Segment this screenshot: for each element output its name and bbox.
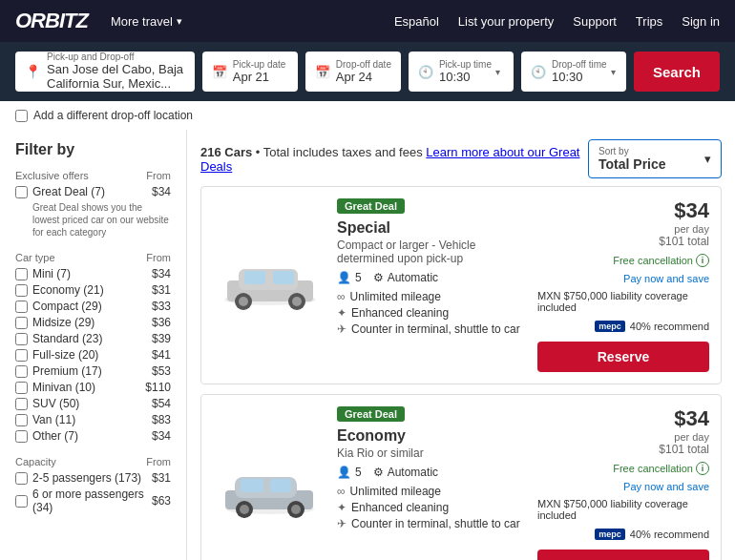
premium-checkbox[interactable] — [15, 365, 28, 378]
list-property-link[interactable]: List your property — [458, 14, 554, 29]
mileage-icon: ∞ — [337, 290, 346, 303]
compact-checkbox[interactable] — [15, 301, 28, 313]
great-deal-badge-special: Great Deal — [337, 198, 405, 214]
filter-compact[interactable]: Compact (29) $33 — [15, 300, 171, 313]
2-5-passengers-checkbox[interactable] — [15, 472, 28, 485]
great-deal-price: $34 — [152, 185, 171, 198]
filter-great-deal[interactable]: Great Deal (7) $34 — [15, 185, 171, 198]
minivan-checkbox[interactable] — [15, 382, 28, 394]
filter-other[interactable]: Other (7) $34 — [15, 429, 171, 443]
search-bar: 📍 Pick-up and Drop-off San Jose del Cabo… — [0, 42, 735, 101]
exclusive-offers-label: Exclusive offers — [15, 170, 89, 181]
filter-2-5-passengers[interactable]: 2-5 passengers (173) $31 — [15, 471, 171, 485]
price-per-day-label-special: per day — [659, 223, 709, 235]
different-dropoff-label[interactable]: Add a different drop-off location — [15, 109, 720, 122]
car-type-section: Car type From Mini (7) $34 Economy (21) … — [15, 252, 171, 443]
filter-premium[interactable]: Premium (17) $53 — [15, 364, 171, 378]
car-passengers-economy: 👤 5 — [337, 466, 362, 479]
more-travel-menu[interactable]: More travel ▾ — [111, 14, 182, 29]
car-model-economy: Kia Rio or similar — [337, 446, 528, 460]
dropoff-date-label: Drop-off date — [336, 60, 391, 70]
feature-counter-special: ✈ Counter in terminal, shuttle to car — [337, 322, 528, 336]
transmission-icon-2: ⚙ — [373, 466, 384, 479]
other-checkbox[interactable] — [15, 430, 28, 443]
suv-checkbox[interactable] — [15, 398, 28, 410]
liability-special: MXN $750,000 liability coverage included — [537, 290, 709, 313]
filter-fullsize[interactable]: Full-size (20) $41 — [15, 348, 171, 362]
pickup-time-field[interactable]: 🕙 Pick-up time 10:30 ▾ — [409, 52, 514, 92]
fullsize-checkbox[interactable] — [15, 349, 28, 362]
espanol-link[interactable]: Español — [394, 14, 439, 29]
feature-mileage-special: ∞ Unlimited mileage — [337, 290, 528, 303]
liability-economy: MXN $750,000 liability coverage included — [537, 498, 709, 521]
feature-mileage-economy: ∞ Unlimited mileage — [337, 485, 528, 498]
sort-dropdown[interactable]: Sort by Total Price ▾ — [588, 139, 722, 178]
dropoff-date-field[interactable]: 📅 Drop-off date Apr 24 — [305, 52, 401, 92]
clock-icon-2: 🕙 — [531, 65, 546, 79]
pay-now-economy: Pay now and save — [623, 481, 709, 492]
capacity-from: From — [146, 456, 171, 467]
svg-point-8 — [292, 297, 302, 306]
dropoff-time-value: 10:30 — [552, 70, 583, 84]
feature-counter-economy: ✈ Counter in terminal, shuttle to car — [337, 517, 528, 530]
filter-suv[interactable]: SUV (50) $54 — [15, 397, 171, 410]
standard-checkbox[interactable] — [15, 333, 28, 345]
sign-in-link[interactable]: Sign in — [682, 14, 720, 29]
car-pricing-special: $34 per day $101 total Free cancellation… — [537, 198, 709, 372]
clock-icon: 🕙 — [418, 65, 433, 79]
filter-mini[interactable]: Mini (7) $34 — [15, 267, 171, 280]
cleaning-icon-2: ✦ — [337, 501, 346, 514]
sort-label: Sort by — [598, 146, 666, 156]
location-field[interactable]: 📍 Pick-up and Drop-off San Jose del Cabo… — [15, 52, 195, 92]
trips-link[interactable]: Trips — [636, 14, 662, 29]
pickup-date-field[interactable]: 📅 Pick-up date Apr 21 — [202, 52, 298, 92]
economy-checkbox[interactable] — [15, 284, 28, 297]
mepc-badge-economy: mepc — [595, 529, 625, 540]
great-deal-label[interactable]: Great Deal (7) — [15, 185, 105, 198]
pickup-time-label: Pick-up time — [439, 60, 492, 70]
car-image-economy — [213, 406, 327, 560]
car-pricing-economy: $34 per day $101 total Free cancellation… — [537, 406, 709, 560]
cancellation-info-icon-2: i — [696, 462, 709, 475]
midsize-checkbox[interactable] — [15, 317, 28, 329]
svg-point-15 — [240, 505, 249, 514]
more-travel-link[interactable]: More travel — [111, 14, 173, 29]
support-link[interactable]: Support — [573, 14, 617, 29]
location-value: San Jose del Cabo, Baja California Sur, … — [47, 62, 183, 91]
capacity-label: Capacity — [15, 456, 56, 467]
6-plus-passengers-checkbox[interactable] — [15, 495, 28, 508]
svg-rect-3 — [244, 271, 265, 284]
cancellation-info-icon: i — [696, 254, 709, 267]
main-nav: More travel ▾ — [111, 14, 182, 29]
sort-value: Total Price — [598, 156, 666, 172]
van-checkbox[interactable] — [15, 414, 28, 426]
filter-midsize[interactable]: Midsize (29) $36 — [15, 316, 171, 329]
price-total-special: $101 total — [659, 235, 709, 248]
results-header: 216 Cars • Total includes taxes and fees… — [200, 139, 722, 178]
search-button[interactable]: Search — [634, 52, 720, 92]
counter-icon-2: ✈ — [337, 517, 346, 530]
different-dropoff-checkbox[interactable] — [15, 110, 28, 122]
filter-6-plus-passengers[interactable]: 6 or more passengers (34) $63 — [15, 487, 171, 514]
price-per-day-economy: $34 — [674, 406, 709, 430]
great-deal-badge-economy: Great Deal — [337, 406, 405, 422]
counter-icon: ✈ — [337, 322, 346, 336]
reserve-button-special[interactable]: Reserve — [537, 342, 709, 372]
subbar: Add a different drop-off location — [0, 101, 735, 130]
reserve-button-economy[interactable]: Reserve — [537, 550, 709, 560]
filter-minivan[interactable]: Minivan (10) $110 — [15, 381, 171, 394]
header-right-nav: Español List your property Support Trips… — [394, 14, 720, 29]
mepc-badge-special: mepc — [595, 321, 625, 332]
car-passengers-special: 👤 5 — [337, 271, 362, 284]
dropoff-time-field[interactable]: 🕙 Drop-off time 10:30 ▾ — [521, 52, 626, 92]
filter-standard[interactable]: Standard (23) $39 — [15, 332, 171, 345]
car-card-economy: Great Deal Economy Kia Rio or similar 👤 … — [200, 394, 722, 560]
pickup-time-value: 10:30 — [439, 70, 471, 84]
exclusive-offers-section: Exclusive offers From Great Deal (7) $34… — [15, 170, 171, 239]
filter-van[interactable]: Van (11) $83 — [15, 413, 171, 426]
great-deal-checkbox[interactable] — [15, 186, 28, 198]
great-deal-text: Great Deal (7) — [32, 185, 105, 198]
svg-rect-13 — [270, 479, 291, 492]
mini-checkbox[interactable] — [15, 268, 28, 280]
filter-economy[interactable]: Economy (21) $31 — [15, 283, 171, 297]
